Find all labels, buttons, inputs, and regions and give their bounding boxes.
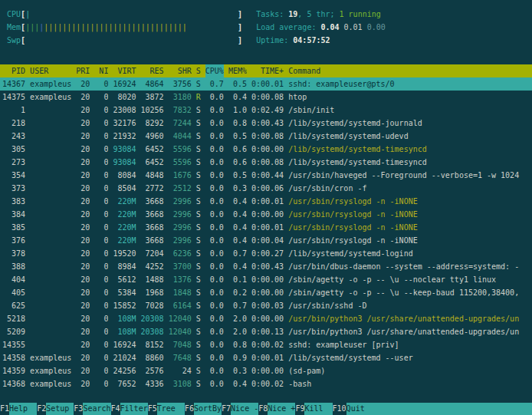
cell-cpu: 0.0 [205,260,224,273]
process-row[interactable]: 405 20 0 5384 1968 1848 S 0.0 0.2 0:00.0… [0,286,532,299]
text-segment: 19 [288,10,297,18]
process-row[interactable]: 14368 exampleus 20 0 7652 4336 3108 S 0.… [0,377,532,390]
fn-key-f5[interactable]: F5 [148,403,157,415]
text-segment: Load average: [256,23,320,31]
fn-key-f3[interactable]: F3 [74,403,83,415]
column-header-pid[interactable]: PID [2,64,25,77]
process-row[interactable]: 373 20 0 8504 2772 2512 S 0.0 0.3 0:00.0… [0,182,532,195]
process-row[interactable]: 5209 20 0 108M 20308 12040 S 0.0 2.0 0:0… [0,325,532,338]
cell-mem: 0.4 [228,234,247,247]
process-row[interactable]: 14358 exampleus 20 0 21024 8860 7648 S 0… [0,351,532,364]
cell-pri: 20 [76,117,90,130]
cell-shr: 2996 [169,221,192,234]
cell-ni: 0 [94,182,108,195]
cell-state: S [196,299,201,312]
fn-label-f4[interactable]: Filter [120,403,148,415]
fn-label-f1[interactable]: Help [9,403,37,415]
process-row[interactable]: 376 20 0 220M 3668 2996 S 0.0 0.4 0:00.0… [0,234,532,247]
process-row[interactable]: 243 20 0 21932 4960 4044 S 0.0 0.5 0:00.… [0,130,532,143]
process-row[interactable]: 354 20 0 8084 4848 1676 S 0.0 0.5 0:00.4… [0,169,532,182]
fn-key-f6[interactable]: F6 [185,403,194,415]
cell-cpu: 0.0 [205,143,224,156]
fn-label-f8[interactable]: Nice + [268,403,295,415]
process-row[interactable]: 385 20 0 220M 3668 2996 S 0.0 0.4 0:00.0… [0,221,532,234]
process-row[interactable]: 383 20 0 220M 3668 2996 S 0.0 0.4 0:00.0… [0,195,532,208]
cell-ni: 0 [94,77,108,91]
cell-virt: 8504 [113,182,136,195]
cell-pid: 14368 [2,377,25,390]
column-header-time[interactable]: TIME+ [251,64,284,77]
cell-cpu: 0.7 [205,77,224,91]
column-header-command[interactable]: Command [288,64,532,77]
fn-label-f10[interactable]: Quit [346,403,374,415]
column-header-state[interactable]: S [196,64,201,77]
fn-label-f9[interactable]: Kill [304,403,332,415]
cell-pid: 378 [2,247,25,260]
process-row[interactable]: 273 20 0 93084 6452 5596 S 0.0 0.6 0:00.… [0,156,532,169]
process-row[interactable]: 384 20 0 220M 3668 2996 S 0.0 0.4 0:00.0… [0,208,532,221]
cell-mem: 2.0 [228,312,247,325]
cell-command: /lib/systemd/systemd-udevd [288,130,532,143]
cell-mem: 0.3 [228,364,247,377]
cell-mem: 2.0 [228,325,247,338]
cell-pri: 20 [76,338,90,351]
fn-key-f8[interactable]: F8 [258,403,268,415]
process-row[interactable]: 14375 exampleus 20 0 8020 3872 3180 R 0.… [0,91,532,104]
column-header-virt[interactable]: VIRT [113,64,136,77]
swp-meter-line: Swp[] Uptime: 04:57:52 [2,34,532,47]
fn-label-f6[interactable]: SortBy [194,403,222,415]
cell-time: 0:00.01 [251,351,284,364]
process-row[interactable]: 14359 exampleus 20 0 24256 2576 24 S 0.0… [0,364,532,377]
process-row[interactable]: 378 20 0 19520 7204 6236 S 0.0 0.7 0:00.… [0,247,532,260]
fn-key-f10[interactable]: F10 [333,403,346,415]
column-header-ni[interactable]: NI [94,64,108,77]
column-header-pri[interactable]: PRI [76,64,90,77]
fn-label-f3[interactable]: Search [83,403,110,415]
cell-shr: 2512 [169,182,192,195]
fn-key-f4[interactable]: F4 [111,403,120,415]
cell-shr: 6236 [169,247,192,260]
cell-virt: 32176 [113,117,136,130]
fn-label-f2[interactable]: Setup [46,403,74,415]
cell-virt: 5612 [113,273,136,286]
column-header-res[interactable]: RES [141,64,164,77]
cell-cpu: 0.0 [205,208,224,221]
fn-key-f7[interactable]: F7 [222,403,231,415]
cell-time: 0:00.44 [251,169,284,182]
cell-cpu: 0.0 [205,234,224,247]
fn-label-f7[interactable]: Nice - [231,403,258,415]
process-row[interactable]: 14367 exampleus 20 0 16924 4864 3756 S 0… [0,77,532,91]
process-row[interactable]: 404 20 0 5612 1488 1376 S 0.0 0.1 0:00.0… [0,273,532,286]
fn-key-f9[interactable]: F9 [295,403,304,415]
column-header-mem[interactable]: MEM% [228,64,247,77]
cell-pri: 20 [76,377,90,390]
process-row[interactable]: 14355 20 0 16924 8152 7048 S 0.0 0.8 0:0… [0,338,532,351]
cell-mem: 0.5 [228,169,247,182]
process-row[interactable]: 388 20 0 8984 4252 3700 S 0.0 0.4 0:00.4… [0,260,532,273]
cell-shr: 7048 [169,338,192,351]
cell-shr: 24 [169,364,192,377]
process-row[interactable]: 5218 20 0 108M 20308 12040 S 0.0 2.0 0:0… [0,312,532,325]
cell-pid: 383 [2,195,25,208]
fn-key-f1[interactable]: F1 [0,403,9,415]
process-row[interactable]: 1 20 0 23008 10256 7832 S 0.0 1.0 0:02.4… [0,104,532,117]
cell-mem: 0.4 [228,221,247,234]
cell-virt: 21024 [113,351,136,364]
cell-user: exampleus [30,77,71,91]
fn-label-f5[interactable]: Tree [157,403,185,415]
process-row[interactable]: 305 20 0 93084 6452 5596 S 0.0 0.6 0:00.… [0,143,532,156]
cell-virt: 220M [113,208,136,221]
process-table: PID USER PRI NI VIRT RES SHR S CPU% MEM%… [0,64,532,390]
cell-virt: 21932 [113,130,136,143]
process-row[interactable]: 625 20 0 15852 7028 6164 S 0.0 0.7 0:00.… [0,299,532,312]
cell-time: 0:00.00 [251,286,284,299]
column-header-cpu-sort[interactable]: CPU% [205,64,224,77]
column-header-shr[interactable]: SHR [169,64,192,77]
cell-ni: 0 [94,91,108,104]
process-row[interactable]: 218 20 0 32176 8292 7244 S 0.0 0.8 0:00.… [0,117,532,130]
cell-mem: 0.4 [228,91,247,104]
column-header-user[interactable]: USER [30,64,71,77]
fn-key-f2[interactable]: F2 [37,403,46,415]
cell-pid: 405 [2,286,25,299]
cell-ni: 0 [94,364,108,377]
